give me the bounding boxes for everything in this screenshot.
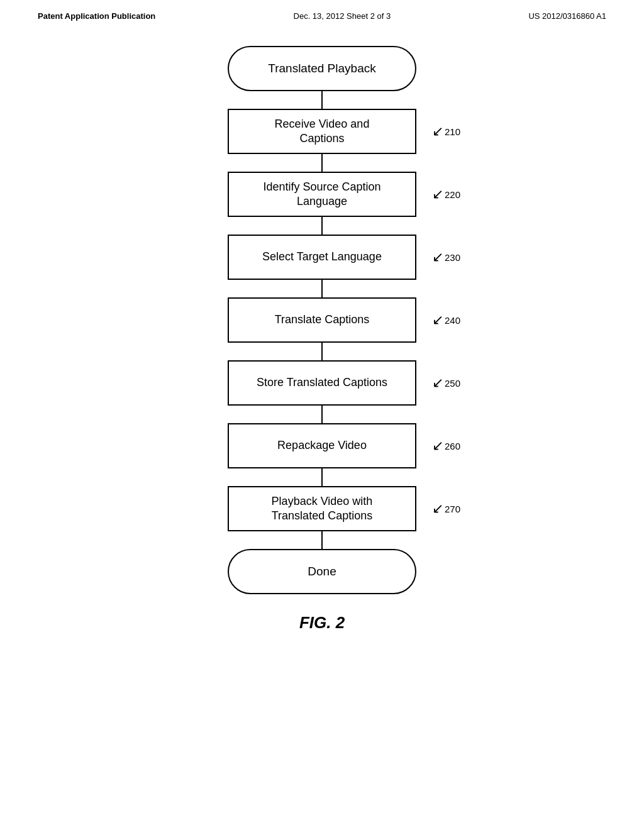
repackage-video-label: Repackage Video bbox=[277, 438, 367, 453]
connector-6 bbox=[321, 406, 323, 423]
step-260-item: Repackage Video ↙ 260 bbox=[228, 423, 416, 468]
identify-source-label: Identify Source Caption Language bbox=[263, 180, 380, 209]
store-translated-box: Store Translated Captions bbox=[228, 360, 416, 406]
connector-3 bbox=[321, 217, 323, 235]
receive-video-box: Receive Video and Captions bbox=[228, 109, 416, 154]
ref-260: ↙ 260 bbox=[432, 439, 460, 453]
header-date-sheet: Dec. 13, 2012 Sheet 2 of 3 bbox=[294, 11, 391, 21]
connector-4 bbox=[321, 280, 323, 297]
ref-250: ↙ 250 bbox=[432, 376, 460, 390]
step-270-item: Playback Video with Translated Captions … bbox=[228, 486, 416, 531]
flowchart-diagram: Translated Playback Receive Video and Ca… bbox=[0, 27, 644, 594]
repackage-video-box: Repackage Video bbox=[228, 423, 416, 468]
connector-5 bbox=[321, 343, 323, 360]
done-box-item: Done bbox=[228, 549, 416, 594]
select-target-box: Select Target Language bbox=[228, 235, 416, 280]
ref-num-260-label: 260 bbox=[445, 441, 460, 451]
step-240-item: Translate Captions ↙ 240 bbox=[228, 297, 416, 343]
hook-icon-240: ↙ bbox=[432, 313, 443, 327]
identify-source-box: Identify Source Caption Language bbox=[228, 172, 416, 217]
page-header: Patent Application Publication Dec. 13, … bbox=[0, 0, 644, 27]
hook-icon-210: ↙ bbox=[432, 124, 443, 138]
start-box-item: Translated Playback bbox=[228, 46, 416, 91]
translated-playback-label: Translated Playback bbox=[268, 61, 375, 77]
done-label: Done bbox=[308, 564, 336, 580]
connector-8 bbox=[321, 531, 323, 549]
receive-video-label: Receive Video and Captions bbox=[275, 117, 370, 147]
hook-icon-250: ↙ bbox=[432, 376, 443, 390]
select-target-label: Select Target Language bbox=[262, 250, 382, 264]
ref-210: ↙ 210 bbox=[432, 124, 460, 138]
figure-label: FIG. 2 bbox=[0, 613, 644, 651]
patent-page: Patent Application Publication Dec. 13, … bbox=[0, 0, 644, 830]
step-230-item: Select Target Language ↙ 230 bbox=[228, 235, 416, 280]
playback-video-box: Playback Video with Translated Captions bbox=[228, 486, 416, 531]
translate-captions-label: Translate Captions bbox=[275, 313, 369, 327]
hook-icon-260: ↙ bbox=[432, 439, 443, 453]
header-publication-label: Patent Application Publication bbox=[38, 11, 155, 21]
done-box: Done bbox=[228, 549, 416, 594]
hook-icon-220: ↙ bbox=[432, 187, 443, 201]
ref-220: ↙ 220 bbox=[432, 187, 460, 201]
ref-num-210-label: 210 bbox=[445, 126, 460, 137]
connector-2 bbox=[321, 154, 323, 172]
translated-playback-box: Translated Playback bbox=[228, 46, 416, 91]
ref-num-270-label: 270 bbox=[445, 504, 460, 514]
connector-7 bbox=[321, 468, 323, 486]
ref-num-220-label: 220 bbox=[445, 189, 460, 200]
ref-num-230-label: 230 bbox=[445, 252, 460, 263]
hook-icon-230: ↙ bbox=[432, 250, 443, 264]
playback-video-label: Playback Video with Translated Captions bbox=[272, 494, 373, 524]
header-patent-number: US 2012/0316860 A1 bbox=[528, 11, 606, 21]
ref-230: ↙ 230 bbox=[432, 250, 460, 264]
store-translated-label: Store Translated Captions bbox=[257, 375, 387, 390]
ref-270: ↙ 270 bbox=[432, 502, 460, 516]
translate-captions-box: Translate Captions bbox=[228, 297, 416, 343]
step-220-item: Identify Source Caption Language ↙ 220 bbox=[228, 172, 416, 217]
step-250-item: Store Translated Captions ↙ 250 bbox=[228, 360, 416, 406]
ref-240: ↙ 240 bbox=[432, 313, 460, 327]
ref-num-240-label: 240 bbox=[445, 315, 460, 326]
step-210-item: Receive Video and Captions ↙ 210 bbox=[228, 109, 416, 154]
hook-icon-270: ↙ bbox=[432, 502, 443, 516]
ref-num-250-label: 250 bbox=[445, 378, 460, 389]
connector-1 bbox=[321, 91, 323, 109]
